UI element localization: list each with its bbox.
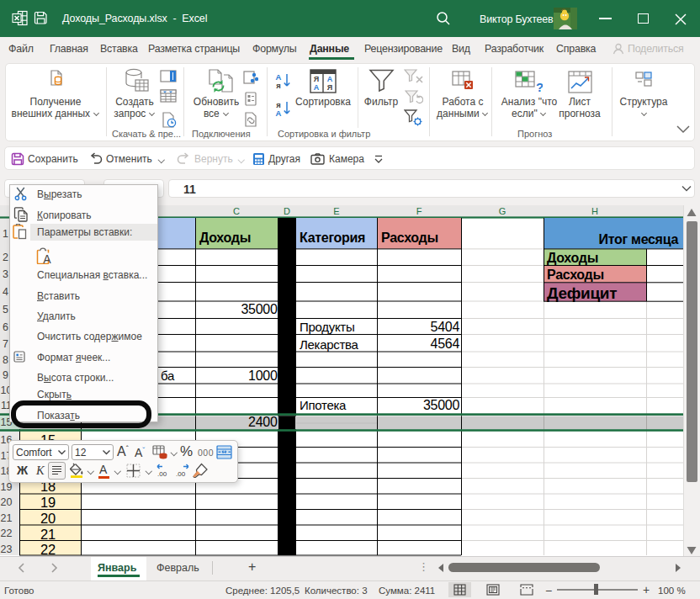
svg-text:?: ? [536,80,543,93]
svg-text:20: 20 [1,496,13,508]
svg-text:Доходы: Доходы [199,231,251,245]
svg-text:2: 2 [3,252,8,263]
svg-text:Итог месяца: Итог месяца [599,232,679,246]
svg-text:А: А [327,75,333,83]
svg-text:H: H [591,206,598,216]
svg-text:5404: 5404 [431,320,460,334]
svg-text:5: 5 [3,304,8,315]
svg-text:A: A [43,252,51,264]
svg-text:F: F [416,206,422,216]
svg-text:19: 19 [40,495,56,510]
svg-text:1: 1 [3,228,8,240]
svg-text:35000: 35000 [241,302,278,316]
svg-text:9: 9 [3,369,8,381]
svg-text:8: 8 [3,354,8,366]
svg-text:21: 21 [40,527,56,542]
svg-text:20: 20 [40,511,56,526]
svg-text:.00: .00 [157,470,167,477]
svg-text:6: 6 [3,321,8,333]
svg-text:E: E [333,206,339,216]
svg-text:Продукты: Продукты [300,320,354,334]
svg-text:7: 7 [3,338,8,350]
svg-text:2400: 2400 [248,415,278,429]
svg-text:C: C [233,206,240,216]
svg-text:35000: 35000 [423,398,459,412]
svg-text:Расходы: Расходы [547,268,604,282]
svg-text:1000: 1000 [248,368,278,383]
svg-text:3: 3 [3,268,8,280]
svg-text:22: 22 [1,527,13,539]
svg-text:Доходы: Доходы [547,251,598,265]
svg-text:21: 21 [1,512,13,524]
svg-text:А: А [314,83,320,92]
svg-text:22: 22 [40,542,56,557]
svg-text:я: я [276,81,281,89]
svg-text:4564: 4564 [431,337,460,351]
svg-text:Дефицит: Дефицит [547,284,617,302]
svg-text:Ипотека: Ипотека [300,398,347,412]
svg-text:ба: ба [161,368,175,383]
svg-text:Я: Я [314,75,319,83]
svg-text:23: 23 [1,543,13,555]
svg-text:Расходы: Расходы [381,231,438,245]
svg-text:Лекарства: Лекарства [300,337,359,352]
svg-text:G: G [499,206,506,216]
svg-text:4: 4 [3,286,8,298]
svg-text:.00: .00 [176,470,186,477]
svg-text:Я: Я [327,83,332,92]
svg-text:D: D [284,206,290,216]
svg-text:Категория: Категория [300,231,365,245]
svg-text:А: А [276,109,282,117]
